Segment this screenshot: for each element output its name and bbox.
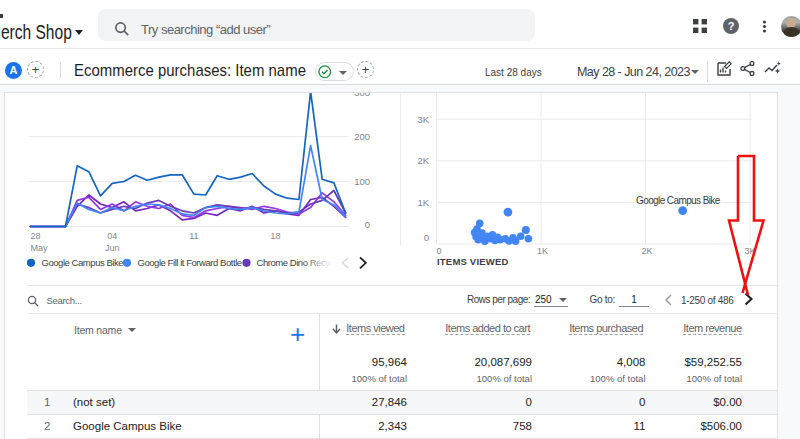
svg-text:1K: 1K [537, 246, 548, 256]
svg-text:200: 200 [354, 131, 370, 142]
svg-text:2K: 2K [641, 246, 652, 256]
svg-text:Jun: Jun [105, 243, 120, 253]
svg-text:28: 28 [31, 231, 41, 241]
svg-text:ITEMS VIEWED: ITEMS VIEWED [437, 256, 509, 267]
svg-text:Google Campus Bike: Google Campus Bike [42, 257, 124, 268]
svg-text:04: 04 [107, 231, 117, 241]
svg-text:2K: 2K [417, 155, 429, 166]
svg-text:0: 0 [424, 232, 429, 243]
svg-text:0: 0 [436, 246, 441, 256]
svg-text:11: 11 [189, 231, 198, 241]
svg-text:May: May [31, 243, 49, 253]
svg-text:1K: 1K [417, 197, 429, 208]
svg-text:Google Fill it Forward Bottle: Google Fill it Forward Bottle [138, 257, 242, 268]
svg-text:3K: 3K [417, 114, 429, 125]
svg-text:Google Campus Bike: Google Campus Bike [636, 195, 721, 206]
svg-text:100: 100 [354, 176, 370, 187]
svg-text:0: 0 [365, 219, 370, 230]
svg-text:18: 18 [271, 231, 281, 241]
